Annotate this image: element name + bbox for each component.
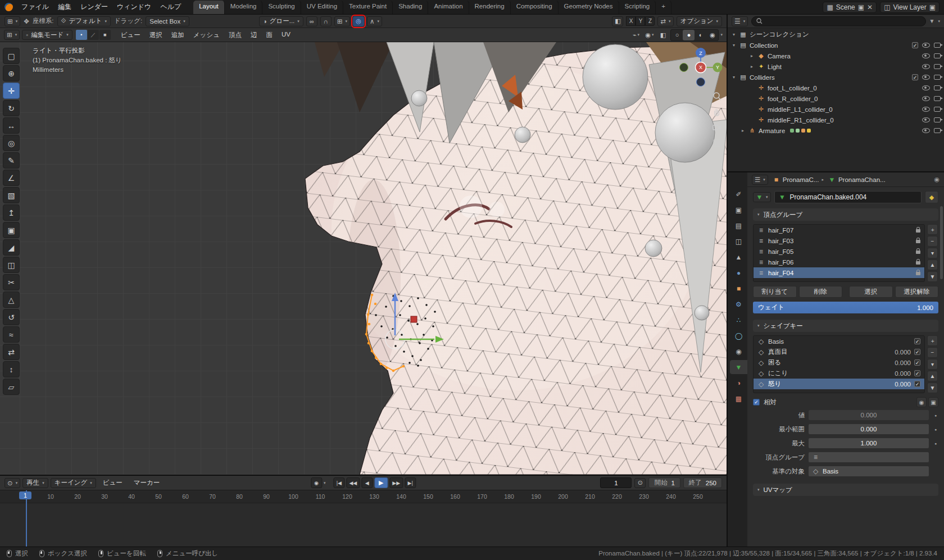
proportional-editing-toggle[interactable]: ◎ <box>353 16 364 26</box>
tab-scene[interactable] <box>730 250 747 264</box>
tab-modifiers[interactable] <box>730 297 747 311</box>
outliner-item-label[interactable]: Camera <box>768 53 791 60</box>
show-gizmo-dropdown[interactable]: ⌁▾ <box>630 30 642 40</box>
timeline-ruler[interactable]: 1020304050607080901001101201301401501601… <box>0 490 727 503</box>
transform-tool[interactable]: ◎ <box>3 135 20 151</box>
hide-eye-toggle[interactable] <box>922 43 930 48</box>
move-vertex-group-down-button[interactable]: ▼ <box>927 271 938 282</box>
material-shading-icon[interactable]: ◐ <box>695 30 706 40</box>
mesh-name-field[interactable]: PronamaChan.baked.004 <box>774 191 922 203</box>
shape-keys-panel-header[interactable]: ▾シェイプキー <box>753 320 938 332</box>
editor-type-button[interactable]: ☰▾ <box>752 175 768 185</box>
vertex-groups-panel-header[interactable]: ▾頂点グループ <box>753 208 938 221</box>
editor-type-button[interactable]: ⊙▾ <box>4 478 20 488</box>
shape-key-specials-button[interactable]: ▾ <box>927 359 938 370</box>
add-cube-tool[interactable]: ▧ <box>3 187 20 203</box>
select-button[interactable]: 選択 <box>849 286 893 298</box>
menu-item[interactable]: ヘルプ <box>156 1 185 13</box>
editor-type-button[interactable]: ⊞▾ <box>4 16 20 26</box>
hide-eye-toggle[interactable] <box>922 96 930 101</box>
play-button[interactable]: ▶ <box>374 477 388 488</box>
outliner-item-label[interactable]: Collection <box>750 42 778 49</box>
expand-arrow-icon[interactable]: ▸ <box>740 128 746 133</box>
cursor-tool[interactable]: ⊕ <box>3 65 20 81</box>
expand-arrow-icon[interactable]: ▾ <box>731 75 737 80</box>
rotate-tool[interactable]: ↻ <box>3 100 20 116</box>
current-frame-badge[interactable]: 1 <box>19 491 31 499</box>
outliner-row[interactable]: ▸ Light <box>728 61 944 72</box>
outliner-item-label[interactable]: シーンコレクション <box>750 30 809 39</box>
shape-key-mute-checkbox[interactable] <box>914 338 920 344</box>
range-min-field[interactable]: 0.000 <box>808 424 929 435</box>
move-shape-key-up-button[interactable]: ▲ <box>927 371 938 381</box>
workspace-tab[interactable]: Modeling <box>225 1 263 14</box>
pin-icon[interactable]: ◉ <box>934 176 940 183</box>
remove-button[interactable]: 削除 <box>799 286 843 298</box>
render-visibility-toggle[interactable] <box>934 85 941 90</box>
vertex-group-specials-button[interactable]: ▾ <box>927 248 938 258</box>
outliner-row[interactable]: middleF_L1_collider_0 <box>728 104 944 115</box>
edit-mode-display-icon[interactable]: ▣ <box>928 397 938 407</box>
exclude-checkbox[interactable] <box>912 42 918 48</box>
outliner-row[interactable]: foot_R_collider_0 <box>728 93 944 104</box>
transform-orientation-dropdown[interactable]: ◑グロー...▾ <box>259 16 303 26</box>
hide-eye-toggle[interactable] <box>922 75 930 80</box>
vertex-groups-list[interactable]: hair_F07 hair_F03 <box>753 224 925 282</box>
render-visibility-toggle[interactable] <box>934 75 941 80</box>
spin-tool[interactable]: ↺ <box>3 309 20 325</box>
expand-arrow-icon[interactable]: ▾ <box>731 43 737 48</box>
shear-tool[interactable]: ▱ <box>3 379 20 395</box>
axis-toggle[interactable]: Y <box>636 16 645 26</box>
outliner-row[interactable]: middleF_R1_collider_0 <box>728 115 944 125</box>
tab-material[interactable] <box>730 376 747 390</box>
jump-start-button[interactable]: |◀ <box>333 477 344 488</box>
viewport-menu-item[interactable]: UV <box>277 29 295 41</box>
shading-options-dropdown[interactable]: ▾ <box>720 33 723 37</box>
close-icon[interactable]: ✕ <box>867 3 873 11</box>
render-visibility-toggle[interactable] <box>934 128 941 133</box>
timeline-tracks[interactable] <box>0 503 727 547</box>
vertex-group-item[interactable]: hair_F07 <box>754 225 924 235</box>
hide-eye-toggle[interactable] <box>922 117 930 122</box>
basis-field[interactable]: Basis <box>808 466 929 477</box>
render-visibility-toggle[interactable] <box>934 64 941 69</box>
hide-eye-toggle[interactable] <box>922 107 930 112</box>
next-keyframe-button[interactable]: ▶▶ <box>389 477 403 488</box>
remove-vertex-group-button[interactable]: − <box>927 236 938 247</box>
shape-key-item[interactable]: Basis <box>754 336 924 347</box>
shape-key-vertex-group-field[interactable] <box>808 452 929 463</box>
workspace-tab[interactable]: Rendering <box>469 1 511 14</box>
expand-arrow-icon[interactable]: ▸ <box>749 64 755 69</box>
falloff-curve-dropdown[interactable]: ∧▾ <box>367 16 382 26</box>
workspace-tab[interactable]: Layout <box>193 1 225 14</box>
axis-toggle[interactable]: X <box>626 16 636 26</box>
edge-select-mode-button[interactable]: ／ <box>88 30 99 40</box>
editor-type-button[interactable]: ⊞▾ <box>4 30 20 40</box>
viewport-menu-item[interactable]: 追加 <box>167 29 189 41</box>
vertex-group-item[interactable]: hair_F04 <box>754 267 924 278</box>
viewport-menu-item[interactable]: 頂点 <box>224 29 246 41</box>
editor-type-button[interactable]: ☰▾ <box>732 16 748 26</box>
solid-shading-icon[interactable]: ● <box>683 30 695 40</box>
timeline-body[interactable]: 1020304050607080901001101201301401501601… <box>0 490 727 547</box>
shape-key-mute-checkbox[interactable] <box>914 370 920 376</box>
workspace-tab[interactable]: + <box>656 1 671 14</box>
deselect-button[interactable]: 選択解除 <box>895 286 939 298</box>
outliner-search[interactable] <box>751 16 925 26</box>
outliner-row[interactable]: ▾ Colliders <box>728 72 944 83</box>
menu-item[interactable]: ファイル <box>17 1 53 13</box>
select-box-tool[interactable]: ▢ <box>3 48 20 64</box>
axis-toggle[interactable]: Z <box>645 16 655 26</box>
uv-maps-panel-header[interactable]: ▾UVマップ <box>753 484 938 496</box>
bevel-tool[interactable]: ◢ <box>3 239 20 256</box>
view-layer-selector[interactable]: ◫ View Layer ▣ <box>880 2 940 13</box>
keying-set-dropdown[interactable]: ▾ <box>324 481 326 485</box>
show-only-active-icon[interactable]: ◉ <box>916 397 927 407</box>
mode-dropdown[interactable]: ◦編集モード▾ <box>22 30 72 40</box>
expand-arrow-icon[interactable]: ▾ <box>731 32 737 37</box>
tab-texture[interactable] <box>730 391 747 406</box>
mesh-data-dropdown[interactable]: ▾ <box>753 192 771 202</box>
workspace-tab[interactable]: Sculpting <box>262 1 301 14</box>
filter-dropdown[interactable]: ▾ <box>938 19 940 24</box>
hide-eye-toggle[interactable] <box>922 85 930 90</box>
